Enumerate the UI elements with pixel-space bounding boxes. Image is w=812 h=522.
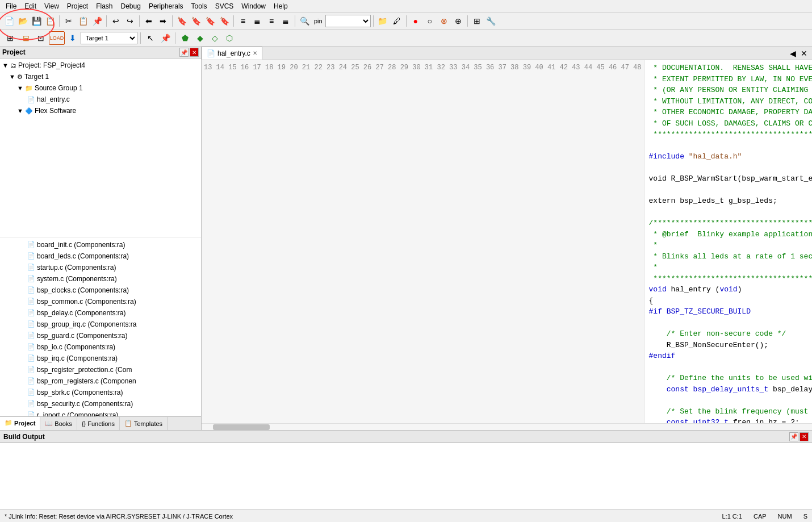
- unindent-btn[interactable]: ≣: [250, 14, 264, 28]
- tree-file-item[interactable]: 📄r_ioport.c (Components:ra): [0, 410, 201, 417]
- chip-btn[interactable]: ⊡: [34, 31, 48, 45]
- sep5: [233, 15, 234, 27]
- scrollbar-thumb[interactable]: [213, 424, 270, 430]
- layout-btn[interactable]: ⊞: [470, 14, 484, 28]
- sep3: [139, 15, 140, 27]
- green1-btn[interactable]: ⬟: [178, 31, 192, 45]
- tree-file-item[interactable]: 📄bsp_clocks.c (Components:ra): [0, 285, 201, 296]
- stop-btn[interactable]: ○: [423, 14, 437, 28]
- tree-file-item[interactable]: 📄bsp_irq.c (Components:ra): [0, 353, 201, 364]
- save-btn[interactable]: 💾: [30, 14, 43, 28]
- nav-back-btn[interactable]: ⬅: [142, 14, 156, 28]
- tab-project[interactable]: 📁 Project: [0, 417, 40, 430]
- menu-help[interactable]: Help: [270, 1, 291, 11]
- green3-btn[interactable]: ◇: [208, 31, 221, 45]
- panel-close-btn[interactable]: ✕: [190, 48, 199, 57]
- debug-btn[interactable]: ⊗: [437, 14, 451, 28]
- more-btn[interactable]: ⊕: [451, 14, 465, 28]
- load-btn[interactable]: LOAD: [49, 31, 65, 45]
- save-all-btn[interactable]: 📋: [43, 14, 57, 28]
- status-right: L:1 C:1 CAP NUM S: [722, 513, 808, 520]
- editor-close-btn2[interactable]: ✕: [798, 49, 810, 58]
- menu-debug[interactable]: Debug: [118, 1, 144, 11]
- debug-view-btn[interactable]: 🔍: [298, 14, 311, 28]
- code-editor[interactable]: 13 14 15 16 17 18 19 20 21 22 23 24 25 2…: [202, 60, 812, 423]
- debug2-btn[interactable]: ⊞: [2, 31, 18, 45]
- download-btn[interactable]: ⬇: [66, 31, 79, 45]
- editor-tab-hal-entry[interactable]: 📄 hal_entry.c ✕: [202, 47, 262, 60]
- tree-hal-entry[interactable]: 📄 hal_entry.c: [0, 94, 201, 105]
- editor-scrollbar-h[interactable]: [202, 423, 812, 430]
- bookmark3-btn[interactable]: 🔖: [203, 14, 217, 28]
- cursor-btn[interactable]: ↖: [144, 31, 157, 45]
- editor-area: 📄 hal_entry.c ✕ ◀ ✕ 13 14 15 16 17 18 19…: [202, 47, 812, 430]
- tree-file-item[interactable]: 📄board_leds.c (Components:ra): [0, 250, 201, 262]
- tree-flex-software[interactable]: ▼ 🔷 Flex Software: [0, 105, 201, 116]
- indent2-btn[interactable]: ≡: [265, 14, 278, 28]
- bookmark2-btn[interactable]: 🔖: [189, 14, 203, 28]
- paste-btn[interactable]: 📌: [90, 14, 104, 28]
- tree-file-item[interactable]: 📄bsp_sbrk.c (Components:ra): [0, 387, 201, 398]
- sep4: [172, 15, 173, 27]
- pin-dropdown[interactable]: [325, 15, 371, 27]
- flex-expand-icon: ▼: [17, 107, 23, 114]
- caps-indicator: CAP: [754, 513, 767, 520]
- tree-file-item[interactable]: 📄bsp_delay.c (Components:ra): [0, 307, 201, 319]
- settings-btn[interactable]: 🔧: [484, 14, 498, 28]
- tree-file-item[interactable]: 📄bsp_guard.c (Components:ra): [0, 330, 201, 341]
- menu-tools[interactable]: Tools: [188, 1, 211, 11]
- tree-file-item[interactable]: 📄bsp_security.c (Components:ra): [0, 398, 201, 410]
- menu-svcs[interactable]: SVCS: [212, 1, 237, 11]
- menu-window[interactable]: Window: [238, 1, 269, 11]
- new-file-btn[interactable]: 📄: [2, 14, 16, 28]
- code-content[interactable]: * DOCUMENTATION. RENESAS SHALL HAVE NO L…: [644, 60, 812, 423]
- tree-file-item[interactable]: 📄board_init.c (Components:ra): [0, 239, 201, 250]
- board-btn[interactable]: ⊟: [19, 31, 33, 45]
- menu-file[interactable]: File: [2, 1, 20, 11]
- nav-fwd-btn[interactable]: ➡: [156, 14, 170, 28]
- open-btn[interactable]: 📂: [16, 14, 30, 28]
- bookmark1-btn[interactable]: 🔖: [175, 14, 189, 28]
- target-select[interactable]: Target 1: [81, 32, 137, 44]
- redo-btn[interactable]: ↪: [123, 14, 137, 28]
- panel-pin-btn[interactable]: 📌: [179, 48, 189, 57]
- menu-edit[interactable]: Edit: [21, 1, 40, 11]
- unindent2-btn[interactable]: ≣: [279, 14, 292, 28]
- build-header-actions: 📌 ✕: [789, 432, 809, 441]
- tree-file-item[interactable]: 📄bsp_common.c (Components:ra): [0, 296, 201, 307]
- target-icon: ⚙: [17, 73, 23, 81]
- tab-books[interactable]: 📖 Books: [40, 417, 77, 430]
- tab-functions[interactable]: {} Functions: [77, 417, 120, 430]
- indent-btn[interactable]: ≡: [236, 14, 250, 28]
- undo-btn[interactable]: ↩: [109, 14, 123, 28]
- tree-source-group[interactable]: ▼ 📁 Source Group 1: [0, 82, 201, 94]
- tab-close-btn[interactable]: ✕: [253, 50, 257, 56]
- tree-file-item[interactable]: 📄bsp_rom_registers.c (Componen: [0, 375, 201, 387]
- tree-project-root[interactable]: ▼ 🗂 Project: FSP_Project4: [0, 60, 201, 71]
- menu-peripherals[interactable]: Peripherals: [145, 1, 187, 11]
- menu-view[interactable]: View: [41, 1, 62, 11]
- tree-file-item[interactable]: 📄bsp_io.c (Components:ra): [0, 341, 201, 353]
- editor-close-btn[interactable]: ◀: [788, 49, 798, 58]
- green4-btn[interactable]: ⬡: [223, 31, 236, 45]
- menu-project[interactable]: Project: [64, 1, 91, 11]
- pin2-btn[interactable]: 📌: [158, 31, 172, 45]
- menu-flash[interactable]: Flash: [93, 1, 116, 11]
- build-close-btn[interactable]: ✕: [800, 432, 809, 441]
- green2-btn[interactable]: ◆: [193, 31, 207, 45]
- cut-btn[interactable]: ✂: [62, 14, 76, 28]
- build-pin-btn[interactable]: 📌: [789, 432, 798, 441]
- bookmark4-btn[interactable]: 🔖: [217, 14, 231, 28]
- status-message: * JLink Info: Reset: Reset device via AI…: [5, 513, 722, 520]
- s-indicator: S: [803, 513, 807, 520]
- tree-file-item[interactable]: 📄startup.c (Components:ra): [0, 262, 201, 273]
- copy-btn[interactable]: 📋: [76, 14, 90, 28]
- run-btn[interactable]: ●: [409, 14, 422, 28]
- tree-target[interactable]: ▼ ⚙ Target 1: [0, 71, 201, 82]
- tab-templates[interactable]: 📋 Templates: [120, 417, 168, 430]
- tree-file-item[interactable]: 📄bsp_register_protection.c (Com: [0, 364, 201, 375]
- tree-file-item[interactable]: 📄bsp_group_irq.c (Components:ra: [0, 319, 201, 330]
- build-btn1[interactable]: 📁: [376, 14, 390, 28]
- tree-file-item[interactable]: 📄system.c (Components:ra): [0, 273, 201, 285]
- build-btn2[interactable]: 🖊: [390, 14, 404, 28]
